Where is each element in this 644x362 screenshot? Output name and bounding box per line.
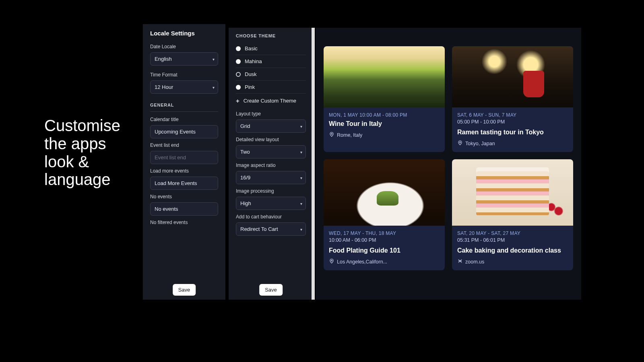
theme-option-mahina[interactable]: Mahina [236,55,306,68]
event-card[interactable]: WED, 17 MAY - THU, 18 MAY10:00 AM - 06:0… [324,159,445,270]
event-time: 10:00 AM - 06:00 PM [329,237,440,243]
cart-behaviour-label: Add to cart behaviour [236,214,306,220]
aspect-ratio-label: Image aspect ratio [236,162,306,168]
no-events-input[interactable]: No events [150,202,218,216]
theme-option-label: Pink [245,84,255,90]
theme-option-label: Mahina [245,58,262,64]
save-button[interactable]: Save [259,284,283,296]
event-image [452,46,573,107]
event-card[interactable]: SAT, 20 MAY - SAT, 27 MAY05:31 PM - 06:0… [452,159,573,270]
event-location: Los Angeles,Californ... [329,258,440,265]
radio-icon [236,85,241,90]
event-location-text: Tokyo, Japan [465,141,495,146]
event-time: 05:31 PM - 06:01 PM [457,237,568,243]
load-more-input[interactable]: Load More Events [150,177,218,190]
radio-selected-icon [236,72,241,77]
event-image [452,159,573,226]
calendar-title-input[interactable]: Upcoming Events [150,125,218,138]
scrollbar[interactable] [312,28,315,300]
event-date: MON, 1 MAY 10:00 AM - 08:00 PM [329,112,440,118]
time-format-select[interactable]: 12 Hour ▾ [150,80,218,94]
map-pin-icon [329,258,334,265]
no-events-label: No events [150,194,218,200]
create-custom-theme[interactable]: + Create Custom Theme [236,94,306,105]
event-date: WED, 17 MAY - THU, 18 MAY [329,230,440,236]
image-processing-label: Image processing [236,188,306,194]
locale-settings-panel: Locale Settings Date Locale English ▾ Ti… [143,24,225,300]
event-date: SAT, 6 MAY - SUN, 7 MAY [457,112,568,118]
map-pin-icon [457,140,463,147]
calendar-title-label: Calendar title [150,117,218,122]
chevron-down-icon: ▾ [300,175,302,180]
event-body: SAT, 6 MAY - SUN, 7 MAY05:00 PM - 10:00 … [452,107,573,152]
image-processing-select[interactable]: High ▾ [236,197,306,210]
theme-option-dusk[interactable]: Dusk [236,68,306,81]
event-list-end-input[interactable]: Event list end [150,151,218,164]
event-title: Food Plating Guide 101 [329,247,440,254]
image-processing-value: High [240,200,251,206]
cart-behaviour-select[interactable]: Redirect To Cart ▾ [236,222,306,236]
detailed-view-select[interactable]: Two ▾ [236,145,306,158]
event-location-text: zoom.us [465,259,484,265]
event-location-text: Rome, Italy [337,132,362,138]
chevron-down-icon: ▾ [300,227,302,231]
general-section-head: GENERAL [150,103,218,107]
date-locale-value: English [155,56,172,62]
aspect-ratio-select[interactable]: 16/9 ▾ [236,171,306,184]
cart-behaviour-value: Redirect To Cart [240,226,278,232]
no-filtered-label: No filtered events [150,220,218,225]
layout-type-value: Grid [240,123,250,129]
event-location: zoom.us [457,258,568,265]
choose-theme-head: CHOOSE THEME [236,33,306,38]
event-body: WED, 17 MAY - THU, 18 MAY10:00 AM - 06:0… [324,226,445,270]
event-date: SAT, 20 MAY - SAT, 27 MAY [457,230,568,236]
detailed-view-value: Two [240,149,250,155]
marketing-tagline: Customise the apps look & language [44,117,133,189]
event-title: Wine Tour in Italy [329,120,440,128]
layout-type-select[interactable]: Grid ▾ [236,119,306,133]
date-locale-select[interactable]: English ▾ [150,52,218,66]
event-title: Ramen tasting tour in Tokyo [457,129,568,136]
radio-icon [236,59,241,64]
layout-type-label: Layout type [236,111,306,117]
event-card[interactable]: SAT, 6 MAY - SUN, 7 MAY05:00 PM - 10:00 … [452,46,573,152]
radio-icon [236,46,241,51]
event-image [324,159,445,226]
event-image [324,46,445,107]
preview-pane: MON, 1 MAY 10:00 AM - 08:00 PMWine Tour … [316,28,581,300]
event-location: Rome, Italy [329,132,440,138]
time-format-value: 12 Hour [155,84,173,90]
divider [150,111,218,112]
chevron-down-icon: ▾ [213,85,215,89]
theme-option-label: Basic [245,45,258,51]
detailed-view-label: Detailed view layout [236,137,306,142]
event-body: MON, 1 MAY 10:00 AM - 08:00 PMWine Tour … [324,107,445,144]
time-format-label: Time Format [150,72,218,78]
theme-option-pink[interactable]: Pink [236,81,306,94]
create-custom-label: Create Custom Theme [244,98,296,104]
load-more-label: Load more events [150,168,218,174]
map-pin-icon [329,132,334,138]
theme-panel: CHOOSE THEME Basic Mahina Dusk Pink + Cr… [229,28,313,300]
event-title: Cake baking and decoration class [457,247,568,254]
broadcast-icon [457,258,463,265]
event-location: Tokyo, Japan [457,140,568,147]
chevron-down-icon: ▾ [213,57,215,61]
locale-settings-title: Locale Settings [150,30,218,37]
date-locale-label: Date Locale [150,44,218,49]
event-list-end-label: Event list end [150,142,218,148]
theme-option-label: Dusk [245,71,257,77]
chevron-down-icon: ▾ [300,124,302,128]
event-card[interactable]: MON, 1 MAY 10:00 AM - 08:00 PMWine Tour … [324,46,445,152]
save-button[interactable]: Save [173,284,196,296]
chevron-down-icon: ▾ [300,150,302,154]
plus-icon: + [236,98,239,104]
event-location-text: Los Angeles,Californ... [337,259,387,265]
event-body: SAT, 20 MAY - SAT, 27 MAY05:31 PM - 06:0… [452,226,573,270]
aspect-ratio-value: 16/9 [240,175,250,181]
event-time: 05:00 PM - 10:00 PM [457,119,568,125]
theme-option-basic[interactable]: Basic [236,42,306,55]
chevron-down-icon: ▾ [300,201,302,206]
